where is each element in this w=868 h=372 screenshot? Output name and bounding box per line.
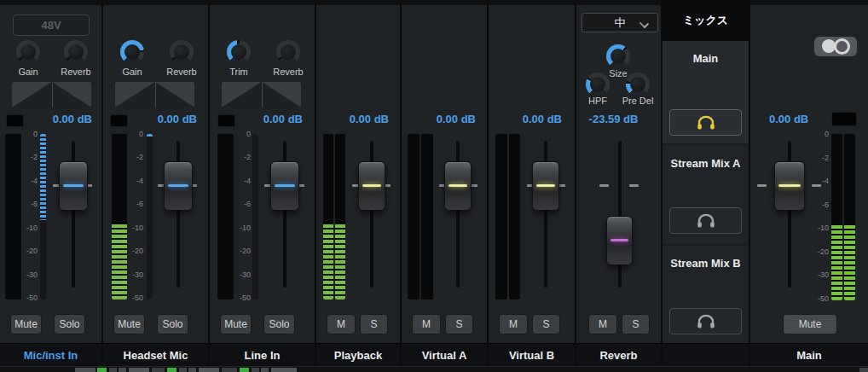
fader-handle-line [275, 184, 295, 187]
mini-meter-cell-green [97, 368, 107, 372]
channel-name[interactable]: Virtual A [402, 343, 487, 367]
pan-balance-control[interactable] [12, 82, 91, 108]
fader-zone [0, 141, 101, 288]
fader-zone [210, 141, 315, 288]
scale-tick-label: -50 [132, 294, 143, 302]
pan-left-half [12, 82, 52, 108]
mute-button[interactable]: Mute [220, 314, 252, 334]
fader-handle[interactable] [774, 161, 805, 211]
monitor-button-stream-a[interactable] [669, 207, 742, 234]
channel-name[interactable]: Line In [210, 343, 315, 367]
fader-zone [103, 141, 208, 288]
fader-handle[interactable] [59, 161, 88, 211]
channel-name[interactable]: Reverb [576, 343, 661, 367]
monitor-button-stream-b[interactable] [669, 308, 742, 334]
scale-tick-label: 0 [246, 131, 251, 138]
solo-button[interactable]: S [360, 314, 388, 334]
pan-right-half [52, 82, 92, 108]
mini-meter-cell [271, 368, 297, 372]
mini-meter-cell [152, 368, 165, 372]
output-mode-toggle[interactable] [814, 37, 857, 56]
solo-button[interactable]: S [445, 314, 473, 334]
channel-name[interactable]: Headset Mic [103, 343, 208, 367]
fader-value: -23.59 dB [576, 113, 651, 125]
fader-handle[interactable] [358, 161, 385, 211]
reverb-hpf-knob[interactable] [586, 73, 610, 96]
mini-meter-cell [222, 368, 237, 372]
toggle-right-circle [834, 38, 850, 55]
knob-label: Reverb [263, 67, 314, 77]
solo-button[interactable]: S [622, 314, 650, 334]
solo-button[interactable]: Solo [263, 314, 295, 334]
mute-button[interactable]: M [499, 314, 528, 334]
reverb-send-knob[interactable] [64, 40, 88, 64]
peak-indicator [6, 114, 24, 127]
scale-tick-label: 0 [33, 131, 38, 138]
mini-meter-cell-green [167, 368, 176, 372]
channel-name[interactable]: Mic/inst In [0, 343, 101, 367]
reverb-size-knob[interactable] [606, 44, 630, 68]
mini-meter-cell [252, 368, 259, 372]
pan-balance-control[interactable] [115, 82, 194, 108]
mini-meter-cell [129, 368, 149, 372]
pan-right-half [155, 82, 195, 108]
solo-button[interactable]: S [532, 314, 560, 334]
fader-handle-line [362, 184, 381, 187]
channel-strip-line-in: Trim Reverb 0.00 dB 0-2-4-6-10-20-30-50 … [210, 0, 316, 366]
channel-strip-virtual-b: 0.00 dB M S Virtual B [489, 0, 576, 366]
mute-button[interactable]: Mute [783, 314, 837, 334]
zero-db-mark-left [757, 184, 767, 187]
solo-button[interactable]: Solo [54, 314, 85, 334]
mini-meter-cell [261, 368, 269, 372]
fader-zone [489, 141, 575, 288]
fader-handle[interactable] [164, 161, 193, 211]
phantom-48v-button[interactable]: 48V [13, 15, 90, 36]
channel-strip-reverb: 中 Size HPF Pre Del -23.59 dB M S Reverb [576, 0, 663, 366]
reverb-type-dropdown[interactable]: 中 [582, 13, 658, 32]
mix-item-main[interactable]: Main [663, 41, 749, 143]
mini-meter-cell [179, 368, 187, 372]
mix-item-stream-b[interactable]: Stream Mix B [663, 246, 749, 343]
fader-handle[interactable] [270, 161, 299, 211]
fader-handle[interactable] [606, 216, 633, 265]
fader-handle[interactable] [444, 161, 472, 211]
fader-zone [402, 141, 487, 288]
mix-selector-panel: ミックス Main Stream Mix A Stream Mix B [663, 0, 750, 366]
trim-knob[interactable] [227, 40, 251, 64]
channel-name[interactable]: Main [750, 343, 868, 367]
channel-strip-headset-mic: Gain Reverb 0.00 dB 0-2-4-6-10-20-30-50 … [103, 0, 210, 366]
gain-knob[interactable] [120, 40, 144, 64]
channel-name[interactable]: Playback [316, 343, 400, 367]
mini-meter-cell [109, 368, 117, 372]
mute-button[interactable]: M [327, 314, 356, 334]
knob-label: Trim [213, 67, 264, 77]
tick-strip-fill [147, 134, 153, 137]
fader-handle-line [63, 184, 84, 187]
reverb-send-knob[interactable] [170, 40, 194, 64]
knob-label: Reverb [50, 67, 101, 77]
mute-button[interactable]: M [412, 314, 441, 334]
fader-track [618, 141, 622, 288]
monitor-button-main[interactable] [669, 109, 742, 136]
fader-handle[interactable] [532, 161, 559, 211]
headphones-icon [697, 314, 715, 328]
gain-knob[interactable] [16, 40, 40, 64]
fader-zone [750, 141, 868, 288]
fader-value: 0.00 dB [523, 113, 562, 125]
reverb-predelay-knob[interactable] [626, 73, 650, 96]
pan-balance-control[interactable] [222, 82, 301, 108]
mix-item-stream-a[interactable]: Stream Mix A [663, 146, 749, 243]
zero-db-mark-left [599, 184, 609, 187]
channel-strip-virtual-a: 0.00 dB M S Virtual A [402, 0, 489, 366]
channel-strip-mic-inst: 48V Gain Reverb 0.00 dB 0-2-4-6-10-20-30… [0, 0, 103, 366]
mixer-window: 48V Gain Reverb 0.00 dB 0-2-4-6-10-20-30… [0, 0, 868, 372]
zero-db-mark-right [812, 184, 821, 187]
channel-name[interactable]: Virtual B [489, 343, 575, 367]
mute-button[interactable]: M [588, 314, 617, 334]
fader-handle-line [448, 184, 467, 187]
mute-button[interactable]: Mute [113, 314, 145, 334]
solo-button[interactable]: Solo [157, 314, 188, 334]
mute-button[interactable]: Mute [10, 314, 42, 334]
fader-value: 0.00 dB [350, 113, 389, 125]
reverb-send-knob[interactable] [276, 40, 300, 64]
